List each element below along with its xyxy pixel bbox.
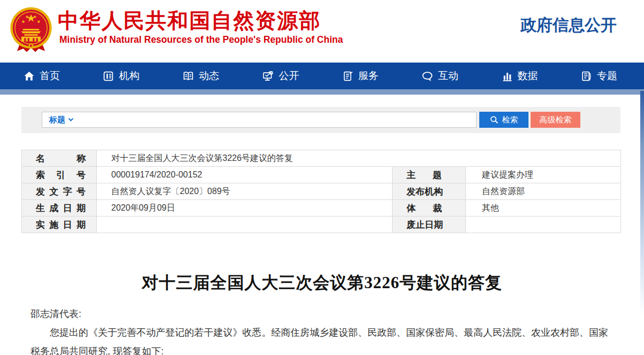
gov-info-disclosure-title: 政府信息公开 xyxy=(520,14,617,36)
document-info-table: 名 称 对十三届全国人大三次会议第3226号建议的答复 索 引 号 000019… xyxy=(21,150,621,233)
field-label: 名 称 xyxy=(22,150,97,167)
search-field-label: 标题 xyxy=(49,115,65,125)
nav-item-service[interactable]: 服务 xyxy=(342,69,379,83)
search-box: 标题 xyxy=(42,112,477,128)
nav-bottom-strip xyxy=(0,89,644,95)
nav-item-news[interactable]: 动态 xyxy=(182,69,219,83)
field-value: 自然资源部 xyxy=(466,183,621,200)
nav-item-interaction[interactable]: 互动 xyxy=(421,69,458,83)
table-row: 名 称 对十三届全国人大三次会议第3226号建议的答复 xyxy=(22,150,621,167)
service-icon xyxy=(342,71,354,82)
table-row: 发文字号 自然资人议复字〔2020〕089号 发布机构 自然资源部 xyxy=(22,183,621,200)
body-paragraph: 您提出的《关于完善不动产登记的若干建议》收悉。经商住房城乡建设部、民政部、国家保… xyxy=(30,323,615,355)
field-value xyxy=(97,217,393,233)
field-label: 索 引 号 xyxy=(22,167,97,183)
nav-item-topics[interactable]: 专题 xyxy=(581,69,617,83)
table-row: 实施日期 废止日期 xyxy=(22,217,621,233)
field-value: 000019174/2020-00152 xyxy=(97,167,393,183)
search-icon xyxy=(490,115,499,124)
field-value: 建议提案办理 xyxy=(466,167,621,183)
field-value xyxy=(466,217,621,233)
table-row: 索 引 号 000019174/2020-00152 主 题 建议提案办理 xyxy=(22,167,621,183)
site-subtitle: Ministry of Natural Resources of the Peo… xyxy=(59,34,343,45)
field-label: 发文字号 xyxy=(22,183,97,200)
document-title: 对十三届全国人大三次会议第3226号建议的答复 xyxy=(0,272,644,294)
field-label: 生成日期 xyxy=(22,200,97,217)
chevron-down-icon xyxy=(68,118,74,122)
home-icon xyxy=(24,71,35,82)
search-field-selector[interactable]: 标题 xyxy=(42,115,74,125)
topics-icon xyxy=(581,71,592,82)
nav-item-label: 专题 xyxy=(597,69,617,83)
interaction-icon xyxy=(421,71,433,82)
nav-item-label: 互动 xyxy=(438,69,458,83)
field-label: 实施日期 xyxy=(22,217,97,233)
page: 中华人民共和国自然资源部 Ministry of Natural Resourc… xyxy=(0,0,644,355)
disclosure-icon xyxy=(262,71,274,82)
field-value: 其他 xyxy=(466,200,621,217)
field-label: 废止日期 xyxy=(393,217,466,233)
field-value: 对十三届全国人大三次会议第3226号建议的答复 xyxy=(97,150,621,167)
nav-item-label: 动态 xyxy=(199,69,219,83)
main-navbar: 首页 机构 动态 公开 服务 互动 数据 专题 xyxy=(0,63,644,89)
nav-item-label: 数据 xyxy=(518,69,538,83)
nav-item-home[interactable]: 首页 xyxy=(24,69,60,83)
field-label: 体 裁 xyxy=(393,200,466,217)
nav-item-label: 机构 xyxy=(119,69,139,83)
nav-item-data[interactable]: 数据 xyxy=(502,69,538,83)
nav-item-label: 服务 xyxy=(358,69,379,83)
site-title: 中华人民共和国自然资源部 xyxy=(58,6,321,35)
field-label: 发布机构 xyxy=(393,183,466,200)
national-emblem-logo[interactable] xyxy=(7,4,55,55)
nav-item-disclosure[interactable]: 公开 xyxy=(262,69,299,83)
organization-icon xyxy=(103,71,114,82)
advanced-search-label: 高级检索 xyxy=(540,115,572,125)
field-label: 主 题 xyxy=(393,167,466,183)
data-icon xyxy=(502,71,513,82)
news-icon xyxy=(182,71,194,82)
document-body: 邵志清代表: 您提出的《关于完善不动产登记的若干建议》收悉。经商住房城乡建设部、… xyxy=(30,305,615,355)
search-button[interactable]: 检索 xyxy=(479,112,528,128)
site-header: 中华人民共和国自然资源部 Ministry of Natural Resourc… xyxy=(0,0,644,63)
search-panel: 标题 检索 高级检索 xyxy=(21,107,620,133)
nav-item-label: 首页 xyxy=(40,69,60,83)
advanced-search-button[interactable]: 高级检索 xyxy=(531,112,580,128)
table-row: 生成日期 2020年09月09日 体 裁 其他 xyxy=(22,200,621,217)
nav-item-label: 公开 xyxy=(279,69,299,83)
nav-item-organization[interactable]: 机构 xyxy=(103,69,139,83)
field-value: 2020年09月09日 xyxy=(97,200,393,217)
search-input[interactable] xyxy=(74,112,476,127)
field-value: 自然资人议复字〔2020〕089号 xyxy=(97,183,393,200)
salutation: 邵志清代表: xyxy=(30,305,615,323)
search-button-label: 检索 xyxy=(502,115,518,125)
